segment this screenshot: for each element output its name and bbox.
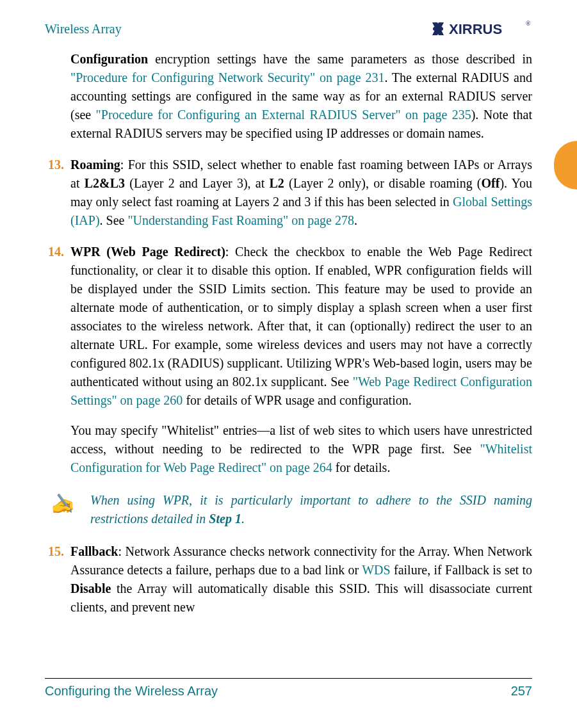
item14-p2a: You may specify "Whitelist" entries—a li… [70,423,532,456]
list-item-14: 14. WPR (Web Page Redirect): Check the c… [47,243,532,477]
note-hand-icon: ✍ [51,490,75,518]
item-number-15: 15. [47,542,64,617]
item15-t2: failure, if Fallback is set to [391,563,532,577]
item13-link2[interactable]: "Understanding Fast Roaming" on page 278 [127,213,354,227]
header-title: Wireless Array [45,22,122,36]
item13-t5: . See [100,213,128,227]
side-tab [554,141,577,190]
note-t1: When using WPR, it is particularly impor… [90,493,532,526]
item13-title: Roaming [70,158,120,172]
logo: XIRRUS ® [430,19,532,38]
item15-link1[interactable]: WDS [362,563,390,577]
intro-lead: Configuration [70,52,148,66]
footer-page-number: 257 [511,684,532,699]
intro-link2[interactable]: "Procedure for Configuring an External R… [96,108,471,122]
item14-t1: : Check the checkbox to enable the Web P… [70,245,532,389]
item14-title: WPR (Web Page Redirect) [70,245,225,259]
item13-t6: . [354,213,357,227]
svg-text:®: ® [526,20,531,27]
list-item-15: 15. Fallback: Network Assurance checks n… [47,542,532,617]
intro-link1[interactable]: "Procedure for Configuring Network Secur… [70,70,384,85]
page-footer: Configuring the Wireless Array 257 [45,678,532,699]
item13-t3: (Layer 2 only), or disable roaming ( [284,176,482,190]
page-header: Wireless Array XIRRUS ® [45,19,532,38]
footer-section-title: Configuring the Wireless Array [45,684,218,699]
item13-b4: Off [482,176,500,190]
note-t2: . [241,512,245,526]
item13-b3: L2 [269,176,284,190]
list-item-13: 13. Roaming: For this SSID, select wheth… [47,156,532,230]
item13-b2: L2&L3 [85,176,125,190]
item13-t2: (Layer 2 and Layer 3), at [125,176,269,190]
svg-text:XIRRUS: XIRRUS [449,21,502,37]
item14-p2b: for details. [332,460,391,474]
item15-b2: Disable [70,581,111,595]
intro-paragraph: Configuration encryption settings have t… [70,50,532,143]
item-number-14: 14. [47,243,64,477]
note-step: Step 1 [209,512,241,526]
item14-t2: for details of WPR usage and configurati… [183,393,411,407]
item-number-13: 13. [47,156,64,230]
note-block: ✍ When using WPR, it is particularly imp… [51,491,532,528]
item15-t3: the Array will automatically disable thi… [70,581,532,614]
item15-title: Fallback [70,544,118,558]
intro-t1: encryption settings have the same parame… [148,52,532,66]
body-content: Configuration encryption settings have t… [45,50,532,617]
